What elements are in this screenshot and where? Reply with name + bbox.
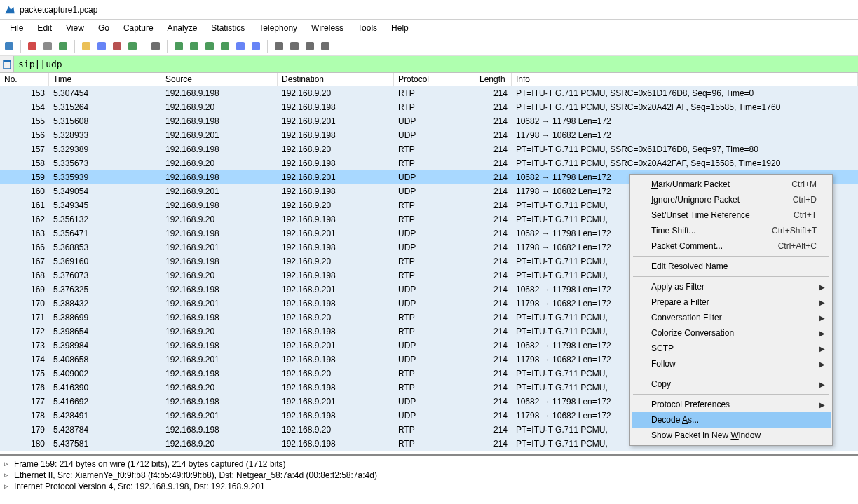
packet-row[interactable]: 1585.335673192.168.9.20192.168.9.198RTP2… — [0, 156, 858, 170]
reload-icon[interactable] — [126, 40, 139, 53]
packet-row[interactable]: 1545.315264192.168.9.20192.168.9.198RTP2… — [0, 100, 858, 114]
restart-icon[interactable] — [57, 40, 69, 53]
column-header-destination[interactable]: Destination — [278, 73, 394, 86]
packet-details-pane[interactable]: Frame 159: 214 bytes on wire (1712 bits)… — [0, 454, 858, 504]
cell-source: 192.168.9.20 — [161, 438, 278, 449]
shark-fin-icon[interactable] — [3, 40, 15, 53]
context-menu-item[interactable]: SCTP▶ — [632, 341, 831, 356]
display-filter-bar — [0, 56, 858, 73]
cell-time: 5.398654 — [49, 326, 161, 337]
cell-no: 169 — [0, 284, 49, 295]
jump-first-icon[interactable] — [203, 40, 216, 53]
context-menu-item[interactable]: Ignore/Unignore PacketCtrl+D — [632, 192, 831, 207]
svg-rect-11 — [205, 42, 214, 50]
menu-statistics[interactable]: Statistics — [204, 21, 252, 35]
cell-destination: 192.168.9.201 — [278, 340, 394, 351]
zoom-in-icon[interactable] — [273, 40, 285, 53]
cell-source: 192.168.9.20 — [161, 102, 278, 113]
context-menu-item[interactable]: Decode As... — [632, 412, 831, 428]
colorize-icon[interactable] — [250, 40, 262, 53]
autoscroll-icon[interactable] — [234, 40, 247, 53]
related-packet-indicator — [1, 325, 6, 339]
save-icon[interactable] — [95, 40, 108, 53]
packet-row[interactable]: 1575.329389192.168.9.198192.168.9.20RTP2… — [0, 142, 858, 156]
circle-record-icon[interactable] — [26, 40, 39, 53]
cell-no: 173 — [0, 340, 49, 351]
context-menu-item[interactable]: Colorize Conversation▶ — [632, 325, 831, 341]
cell-source: 192.168.9.198 — [161, 144, 278, 155]
cell-length: 214 — [475, 242, 512, 253]
context-menu-item[interactable]: Prepare a Filter▶ — [632, 294, 831, 310]
cell-protocol: RTP — [394, 102, 475, 113]
context-menu-item[interactable]: Conversation Filter▶ — [632, 310, 831, 325]
cell-no: 161 — [0, 200, 49, 211]
menu-view[interactable]: View — [59, 21, 91, 35]
cell-source: 192.168.9.20 — [161, 214, 278, 225]
context-menu-item[interactable]: Apply as Filter▶ — [632, 279, 831, 294]
close-icon[interactable] — [111, 40, 123, 53]
column-header-protocol[interactable]: Protocol — [394, 73, 475, 86]
menu-help[interactable]: Help — [384, 21, 416, 35]
zoom-reset-icon[interactable] — [304, 40, 316, 53]
toolbar — [0, 36, 858, 56]
column-header-source[interactable]: Source — [161, 73, 278, 86]
svg-rect-20 — [4, 60, 11, 62]
cell-no: 163 — [0, 228, 49, 239]
cell-source: 192.168.9.198 — [161, 396, 278, 407]
menu-capture[interactable]: Capture — [116, 21, 161, 35]
column-header-no[interactable]: No. — [0, 73, 49, 86]
cell-no: 154 — [0, 102, 49, 113]
stop-icon[interactable] — [41, 40, 54, 53]
cell-time: 5.416390 — [49, 382, 161, 393]
menu-go[interactable]: Go — [91, 21, 116, 35]
arrow-right-icon[interactable] — [188, 40, 200, 53]
context-menu-item[interactable]: Edit Resolved Name — [632, 259, 831, 274]
context-menu-item[interactable]: Mark/Unmark PacketCtrl+M — [632, 177, 831, 192]
context-menu-item[interactable]: Time Shift...Ctrl+Shift+T — [632, 223, 831, 238]
resize-columns-icon[interactable] — [319, 40, 332, 53]
cell-length: 214 — [475, 354, 512, 365]
context-menu-item[interactable]: Set/Unset Time ReferenceCtrl+T — [632, 207, 831, 223]
column-header-length[interactable]: Length — [475, 73, 512, 86]
zoom-out-icon[interactable] — [288, 40, 301, 53]
cell-protocol: RTP — [394, 214, 475, 225]
cell-source: 192.168.9.198 — [161, 228, 278, 239]
cell-protocol: RTP — [394, 256, 475, 267]
cell-destination: 192.168.9.20 — [278, 200, 394, 211]
column-header-info[interactable]: Info — [512, 73, 858, 86]
svg-rect-8 — [151, 42, 160, 50]
arrow-left-icon[interactable] — [172, 40, 185, 53]
cell-no: 156 — [0, 130, 49, 141]
display-filter-input[interactable] — [14, 56, 858, 72]
menu-wireless[interactable]: Wireless — [304, 21, 350, 35]
jump-last-icon[interactable] — [219, 40, 231, 53]
menu-edit[interactable]: Edit — [30, 21, 59, 35]
context-menu-item[interactable]: Follow▶ — [632, 356, 831, 372]
folder-open-icon[interactable] — [80, 40, 93, 53]
context-menu-item[interactable]: Copy▶ — [632, 376, 831, 392]
context-menu-item[interactable]: Packet Comment...Ctrl+Alt+C — [632, 238, 831, 254]
cell-protocol: RTP — [394, 270, 475, 281]
search-icon[interactable] — [149, 40, 162, 53]
packet-row[interactable]: 1555.315608192.168.9.198192.168.9.201UDP… — [0, 114, 858, 128]
svg-rect-12 — [221, 42, 229, 50]
cell-protocol: RTP — [394, 382, 475, 393]
menu-file[interactable]: File — [3, 21, 30, 35]
details-tree-node[interactable]: Frame 159: 214 bytes on wire (1712 bits)… — [1, 458, 857, 470]
cell-time: 5.428784 — [49, 424, 161, 435]
menu-telephony[interactable]: Telephony — [252, 21, 304, 35]
details-tree-node[interactable]: Ethernet II, Src: XiamenYe_f0:9f:b8 (f4:… — [1, 470, 857, 481]
column-header-time[interactable]: Time — [49, 73, 161, 86]
details-tree-node[interactable]: Internet Protocol Version 4, Src: 192.16… — [1, 481, 857, 492]
packet-row[interactable]: 1535.307454192.168.9.198192.168.9.20RTP2… — [0, 86, 858, 100]
packet-row[interactable]: 1565.328933192.168.9.201192.168.9.198UDP… — [0, 128, 858, 142]
title-bar: packetcapture1.pcap — [0, 0, 858, 20]
filter-bookmark-icon[interactable] — [0, 56, 14, 72]
cell-time: 5.368853 — [49, 242, 161, 253]
menu-analyze[interactable]: Analyze — [161, 21, 205, 35]
cell-time: 5.307454 — [49, 88, 161, 99]
menu-tools[interactable]: Tools — [350, 21, 384, 35]
context-menu-item[interactable]: Protocol Preferences▶ — [632, 397, 831, 412]
cell-source: 192.168.9.198 — [161, 312, 278, 323]
context-menu-item[interactable]: Show Packet in New Window — [632, 428, 831, 443]
